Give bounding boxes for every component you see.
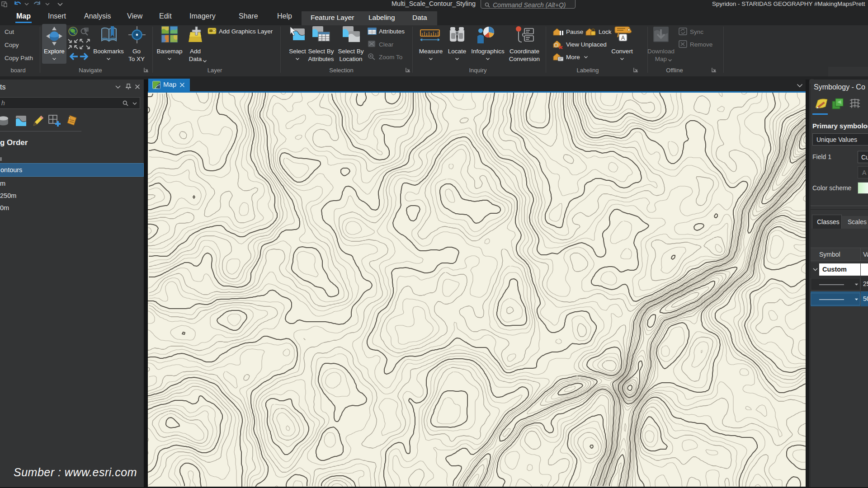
svg-text:A: A bbox=[621, 35, 625, 41]
